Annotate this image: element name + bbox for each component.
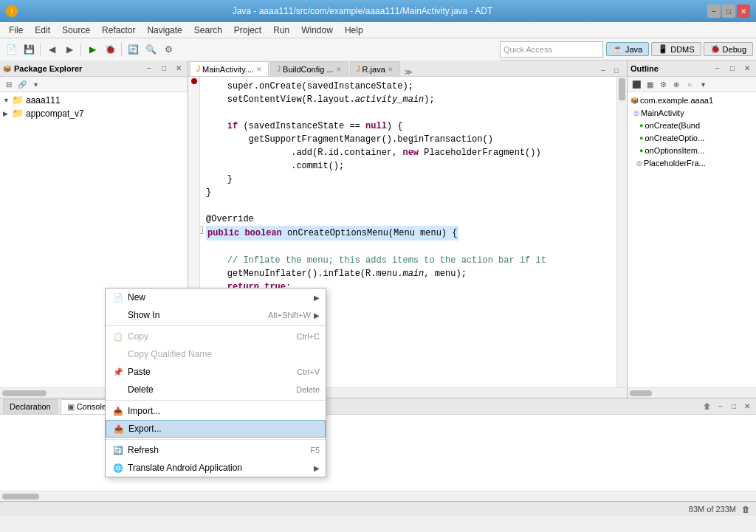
minimize-button[interactable]: − bbox=[707, 4, 721, 18]
ctx-translate[interactable]: 🌐 Translate Android Application ▶ bbox=[106, 459, 326, 477]
tree-item-aaaa111[interactable]: ▼ 📁 aaaa111 bbox=[0, 94, 188, 107]
toolbar-new[interactable]: 📄 bbox=[3, 41, 19, 58]
package-explorer-maximize[interactable]: □ bbox=[158, 63, 170, 75]
menu-file[interactable]: File bbox=[3, 24, 29, 37]
package-explorer-minimize[interactable]: − bbox=[143, 63, 155, 75]
bottom-minimize[interactable]: − bbox=[715, 401, 726, 412]
menu-help[interactable]: Help bbox=[339, 24, 369, 37]
editor-tabs: J MainActivity.... ✕ J BuildConfig ... ✕… bbox=[188, 61, 627, 77]
outline-btn-2[interactable]: ▦ bbox=[644, 78, 656, 90]
outline-method-icon-1: ● bbox=[639, 122, 643, 129]
perspective-ddms[interactable]: 📱 DDMS bbox=[651, 42, 701, 56]
more-editors-button[interactable]: ≫ bbox=[405, 68, 412, 76]
outline-close[interactable]: ✕ bbox=[741, 63, 753, 75]
outline-btn-3[interactable]: ⚙ bbox=[657, 78, 669, 90]
ctx-import[interactable]: 📥 Import... bbox=[106, 402, 326, 420]
ctx-new[interactable]: 📄 New ▶ bbox=[106, 289, 326, 306]
package-explorer-close[interactable]: ✕ bbox=[173, 63, 185, 75]
outline-title: Outline bbox=[630, 64, 709, 73]
ctx-refresh[interactable]: 🔄 Refresh F5 bbox=[106, 441, 326, 459]
console-icon: ▣ bbox=[67, 402, 75, 412]
ctx-new-label: New bbox=[128, 292, 311, 303]
outline-maximize[interactable]: □ bbox=[726, 63, 738, 75]
outline-item-oncreate[interactable]: ● onCreate(Bund bbox=[628, 119, 756, 131]
menu-edit[interactable]: Edit bbox=[29, 24, 56, 37]
tab-mainactivity-close[interactable]: ✕ bbox=[256, 66, 262, 73]
ctx-show-in[interactable]: Show In Alt+Shift+W ▶ bbox=[106, 306, 326, 324]
ctx-delete[interactable]: Delete Delete bbox=[106, 381, 326, 398]
pkg-collapse-all[interactable]: ⊟ bbox=[3, 78, 15, 90]
toolbar-forward[interactable]: ▶ bbox=[61, 41, 78, 58]
ctx-refresh-shortcut: F5 bbox=[310, 446, 320, 455]
ctx-import-icon: 📥 bbox=[111, 405, 125, 417]
editor-header-buttons: − □ bbox=[594, 64, 625, 76]
editor-maximize[interactable]: □ bbox=[611, 64, 622, 76]
menu-navigate[interactable]: Navigate bbox=[141, 24, 188, 37]
menu-refactor[interactable]: Refactor bbox=[96, 24, 141, 37]
outline-item-oncreateoptions[interactable]: ● onCreateOptio... bbox=[628, 131, 756, 144]
ctx-copy-qualified[interactable]: Copy Qualified Name bbox=[106, 345, 326, 363]
toolbar-debug[interactable]: 🐞 bbox=[102, 41, 118, 58]
ctx-delete-icon bbox=[111, 384, 125, 395]
pkg-link-editor[interactable]: 🔗 bbox=[16, 78, 28, 90]
ctx-delete-label: Delete bbox=[128, 384, 290, 395]
menu-source[interactable]: Source bbox=[56, 24, 96, 37]
bottom-panel-buttons: 🗑 − □ ✕ bbox=[701, 401, 753, 412]
code-line-3 bbox=[206, 106, 611, 120]
menu-run[interactable]: Run bbox=[267, 24, 295, 37]
bottom-clear[interactable]: 🗑 bbox=[701, 401, 713, 412]
outline-minimize[interactable]: − bbox=[712, 63, 724, 75]
editor-minimize[interactable]: − bbox=[597, 64, 609, 76]
ctx-paste[interactable]: 📌 Paste Ctrl+V bbox=[106, 363, 326, 381]
ctx-copy[interactable]: 📋 Copy Ctrl+C bbox=[106, 328, 326, 345]
outline-btn-4[interactable]: ⊕ bbox=[670, 78, 682, 90]
tree-item-appcompat[interactable]: ▶ 📁 appcompat_v7 bbox=[0, 107, 188, 120]
quick-access-box[interactable]: Quick Access bbox=[500, 41, 603, 58]
editor-scrollbar-vert[interactable] bbox=[616, 77, 627, 387]
maximize-button[interactable]: □ bbox=[722, 4, 735, 18]
toolbar-save[interactable]: 💾 bbox=[21, 41, 37, 58]
outline-item-package[interactable]: 📦 com.example.aaaa1 bbox=[628, 94, 756, 106]
toolbar-run[interactable]: ▶ bbox=[84, 41, 100, 58]
ctx-refresh-icon: 🔄 bbox=[111, 444, 125, 456]
bottom-maximize[interactable]: □ bbox=[728, 401, 740, 412]
ctx-paste-label: Paste bbox=[128, 367, 291, 377]
toolbar-sep-3 bbox=[121, 43, 122, 56]
tab-declaration[interactable]: Declaration bbox=[3, 399, 58, 414]
tab-mainactivity[interactable]: J MainActivity.... ✕ bbox=[190, 61, 269, 76]
outline-item-placeholderfrag[interactable]: ◎ PlaceholderFra... bbox=[628, 156, 756, 169]
toolbar-back[interactable]: ◀ bbox=[44, 41, 60, 58]
close-button[interactable]: ✕ bbox=[737, 4, 750, 18]
outline-method-icon-2: ● bbox=[639, 134, 643, 142]
menu-project[interactable]: Project bbox=[228, 24, 267, 37]
tab-buildconfig-close[interactable]: ✕ bbox=[336, 66, 342, 73]
toolbar-refresh[interactable]: 🔄 bbox=[125, 41, 141, 58]
ctx-sep-3 bbox=[106, 439, 326, 440]
tab-rjava[interactable]: J R.java ✕ bbox=[350, 61, 400, 76]
toolbar-search[interactable]: 🔍 bbox=[142, 41, 159, 58]
tab-rjava-close[interactable]: ✕ bbox=[388, 66, 394, 73]
menu-search[interactable]: Search bbox=[188, 24, 228, 37]
bottom-close[interactable]: ✕ bbox=[741, 401, 753, 412]
perspective-java[interactable]: ☕ Java bbox=[606, 42, 649, 56]
outline-label-mainactivity: MainActivity bbox=[641, 108, 684, 117]
tab-buildconfig-label: BuildConfig ... bbox=[283, 65, 333, 74]
outline-btn-1[interactable]: ⬛ bbox=[630, 78, 642, 90]
toolbar-sep-2 bbox=[80, 43, 81, 56]
outline-scrollbar-horiz[interactable] bbox=[628, 387, 756, 398]
code-line-2: setContentView(R.layout.activity_main); bbox=[206, 93, 611, 106]
outline-btn-5[interactable]: ○ bbox=[684, 78, 695, 90]
outline-item-onoptionsitem[interactable]: ● onOptionsItem... bbox=[628, 144, 756, 156]
ctx-import-label: Import... bbox=[128, 406, 320, 416]
toolbar-settings[interactable]: ⚙ bbox=[160, 41, 176, 58]
ctx-export[interactable]: 📤 Export... bbox=[106, 420, 326, 438]
tab-buildconfig[interactable]: J BuildConfig ... ✕ bbox=[270, 61, 348, 76]
outline-item-mainactivity[interactable]: ◎ MainActivity bbox=[628, 106, 756, 119]
bottom-scrollbar-horiz[interactable] bbox=[0, 491, 756, 501]
collapse-btn-12[interactable]: − bbox=[200, 227, 203, 234]
outline-btn-6[interactable]: ▾ bbox=[697, 78, 709, 90]
menu-window[interactable]: Window bbox=[295, 24, 339, 37]
status-bar: 83M of 233M 🗑 bbox=[0, 501, 756, 516]
perspective-debug[interactable]: 🐞 Debug bbox=[704, 42, 753, 56]
pkg-view-menu[interactable]: ▾ bbox=[30, 78, 41, 90]
